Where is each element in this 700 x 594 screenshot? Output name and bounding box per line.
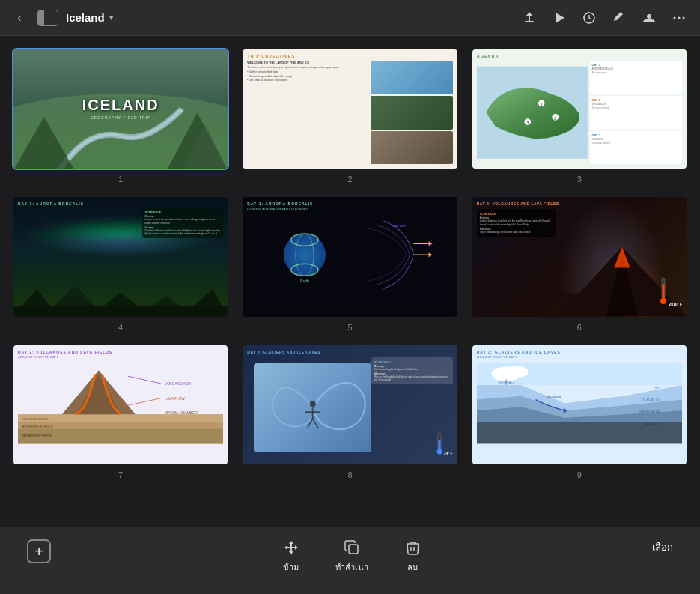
slide-num-8: 8 bbox=[347, 470, 352, 479]
slide-wrapper-2[interactable]: TRIP OBJECTIVES WELCOME TO THE LAND OF F… bbox=[241, 48, 458, 184]
add-slide-icon: + bbox=[27, 539, 51, 563]
slide3-day3-card: DAY 3 GLACIERS Southeast Iceland bbox=[590, 131, 682, 165]
svg-rect-26 bbox=[13, 306, 228, 317]
slide-thumb-8[interactable]: DAY 3: GLACIERS AND ICE CAVES SCHEDULE M… bbox=[241, 344, 458, 466]
svg-point-63 bbox=[436, 449, 442, 454]
slide2-img-2 bbox=[371, 96, 453, 130]
slide2-img-3 bbox=[371, 131, 453, 165]
slide8-morning: Sail across the glacial lagoon of Jökuls… bbox=[374, 368, 450, 371]
thermometer-icon bbox=[660, 276, 667, 306]
slide3-day1-card: DAY 1 AURORA BOREALIS Akureyri region bbox=[590, 61, 682, 94]
slide-wrapper-6[interactable]: DAY 2: VOLCANOES AND LAVA FIELDS SCHEDUL… bbox=[471, 196, 688, 331]
aurora-diagram-svg: Earth Solar wind bbox=[247, 213, 452, 296]
slide-num-2: 2 bbox=[347, 175, 352, 184]
volcano-diagram-svg: VOLCANO ASH LAVA FLOW MAGMA CHAMBER INTR… bbox=[18, 360, 223, 446]
svg-text:METAMORPHIC ROCK: METAMORPHIC ROCK bbox=[22, 424, 53, 428]
slide5-subtitle: HOW THE AURORA BOREALIS IS FORMED bbox=[247, 207, 452, 211]
duplicate-button[interactable]: ทำสำเนา bbox=[326, 536, 377, 577]
delete-label: ลบ bbox=[407, 560, 418, 574]
svg-text:Earth: Earth bbox=[300, 279, 309, 284]
duplicate-icon bbox=[344, 539, 360, 556]
slide-wrapper-9[interactable]: DAY 3: GLACIERS AND ICE CAVES AREAS OF S… bbox=[471, 344, 688, 479]
svg-point-56 bbox=[309, 400, 315, 407]
slide-wrapper-1[interactable]: ICELAND GEOGRAPHY FIELD TRIP 1 bbox=[12, 48, 229, 184]
slide8-schedule-title: SCHEDULE bbox=[374, 360, 450, 364]
slide-grid-container: ICELAND GEOGRAPHY FIELD TRIP 1 TRIP OBJE… bbox=[0, 36, 700, 527]
svg-text:MELT LAKE: MELT LAKE bbox=[644, 422, 660, 425]
slide9-title: DAY 3: GLACIERS AND ICE CAVES bbox=[477, 350, 682, 354]
slide-thumb-9[interactable]: DAY 3: GLACIERS AND ICE CAVES AREAS OF S… bbox=[471, 344, 688, 466]
add-slide-button[interactable]: + bbox=[18, 536, 60, 566]
slide4-evening: Drive from Akureyri into the mountains N… bbox=[145, 229, 221, 235]
delete-button[interactable]: ลบ bbox=[395, 536, 430, 577]
slide-wrapper-5[interactable]: DAY 1: AURORA BOREALIS HOW THE AURORA BO… bbox=[241, 196, 458, 331]
slide-num-4: 4 bbox=[118, 323, 123, 332]
slide-wrapper-8[interactable]: DAY 3: GLACIERS AND ICE CAVES SCHEDULE M… bbox=[241, 344, 458, 479]
collaborate-button[interactable] bbox=[637, 6, 661, 30]
document-title-area[interactable]: Iceland ▾ bbox=[66, 11, 113, 24]
slide3-day2-card: DAY 2 VOLCANOES Southern Iceland bbox=[590, 96, 682, 130]
slide2-welcome: WELCOME TO THE LAND OF FIRE AND ICE bbox=[247, 61, 368, 64]
svg-rect-79 bbox=[349, 545, 358, 554]
slide-thumb-2[interactable]: TRIP OBJECTIVES WELCOME TO THE LAND OF F… bbox=[241, 48, 458, 170]
slide7-subtitle: AREAS OF STUDY ON DAY 2 bbox=[18, 355, 223, 359]
svg-text:2: 2 bbox=[554, 115, 557, 121]
delete-icon bbox=[404, 539, 421, 556]
share-button[interactable] bbox=[517, 6, 541, 30]
select-button[interactable]: เลือก bbox=[643, 536, 682, 558]
slide-thumb-6[interactable]: DAY 2: VOLCANOES AND LAVA FIELDS SCHEDUL… bbox=[471, 196, 688, 318]
slide-num-5: 5 bbox=[347, 323, 352, 332]
svg-text:Solar wind: Solar wind bbox=[392, 224, 406, 228]
slide6-temp: 2010° F bbox=[669, 302, 682, 306]
svg-text:SNOWFALL: SNOWFALL bbox=[498, 381, 514, 384]
svg-point-7 bbox=[683, 16, 685, 19]
svg-marker-32 bbox=[429, 241, 433, 246]
play-button[interactable] bbox=[547, 6, 571, 30]
slide-thumb-5[interactable]: DAY 1: AURORA BOREALIS HOW THE AURORA BO… bbox=[241, 196, 458, 318]
top-bar-left: ‹ Iceland ▾ bbox=[9, 7, 113, 28]
svg-text:SEDIMENTARY ROCK: SEDIMENTARY ROCK bbox=[22, 433, 52, 437]
move-label: ข้าม bbox=[283, 560, 299, 574]
panel-toggle-icon[interactable] bbox=[37, 10, 58, 26]
svg-marker-34 bbox=[429, 253, 433, 258]
slide-num-7: 7 bbox=[118, 470, 123, 479]
svg-text:PRESSURE ICE: PRESSURE ICE bbox=[639, 410, 660, 413]
slide-wrapper-4[interactable]: DAY 1: AURORA BOREALIS SCHEDULE Morning:… bbox=[12, 196, 229, 331]
svg-text:3: 3 bbox=[526, 120, 529, 125]
slide9-subtitle: AREAS OF STUDY ON DAY 3 bbox=[477, 355, 682, 359]
slide-wrapper-3[interactable]: AGENDA bbox=[471, 48, 688, 184]
svg-point-6 bbox=[678, 16, 681, 19]
svg-point-42 bbox=[660, 298, 666, 304]
slide-thumb-4[interactable]: DAY 1: AURORA BOREALIS SCHEDULE Morning:… bbox=[12, 196, 229, 318]
svg-text:MOVEMENT: MOVEMENT bbox=[547, 396, 561, 398]
svg-text:MAGMA CHAMBER: MAGMA CHAMBER bbox=[165, 411, 198, 415]
back-button[interactable]: ‹ bbox=[9, 7, 30, 28]
bottom-bar: + ข้าม ทำสำเนา ลบ เลือก bbox=[0, 527, 700, 594]
svg-point-66 bbox=[506, 366, 528, 378]
svg-text:VOLCANO ASH: VOLCANO ASH bbox=[165, 382, 191, 386]
slide-thumb-3[interactable]: AGENDA bbox=[471, 48, 688, 170]
annotate-button[interactable] bbox=[607, 6, 631, 30]
slide2-img-1 bbox=[371, 61, 453, 94]
duplicate-label: ทำสำเนา bbox=[335, 560, 368, 574]
slide-num-3: 3 bbox=[577, 175, 582, 184]
svg-text:LAVA FLOW: LAVA FLOW bbox=[165, 396, 185, 400]
document-title: Iceland bbox=[66, 11, 105, 24]
slide2-title: TRIP OBJECTIVES bbox=[247, 54, 452, 58]
slide-thumb-1[interactable]: ICELAND GEOGRAPHY FIELD TRIP bbox=[12, 48, 229, 170]
slide-wrapper-7[interactable]: DAY 2: VOLCANOES AND LAVA FIELDS AREAS O… bbox=[12, 344, 229, 479]
slide1-subtitle: GEOGRAPHY FIELD TRIP bbox=[82, 115, 159, 120]
slide8-temp: 14° F bbox=[444, 451, 453, 455]
title-chevron: ▾ bbox=[109, 13, 113, 22]
slide6-title: DAY 2: VOLCANOES AND LAVA FIELDS bbox=[477, 201, 682, 206]
slide-num-1: 1 bbox=[118, 175, 123, 184]
svg-text:FIRN: FIRN bbox=[653, 385, 660, 389]
move-button[interactable]: ข้าม bbox=[274, 536, 308, 577]
more-button[interactable] bbox=[667, 6, 691, 30]
select-label: เลือก bbox=[652, 539, 673, 555]
svg-marker-1 bbox=[556, 13, 564, 23]
slide-thumb-7[interactable]: DAY 2: VOLCANOES AND LAVA FIELDS AREAS O… bbox=[12, 344, 229, 466]
slide3-title: AGENDA bbox=[477, 54, 682, 58]
history-button[interactable] bbox=[577, 6, 601, 30]
svg-line-60 bbox=[312, 418, 317, 428]
